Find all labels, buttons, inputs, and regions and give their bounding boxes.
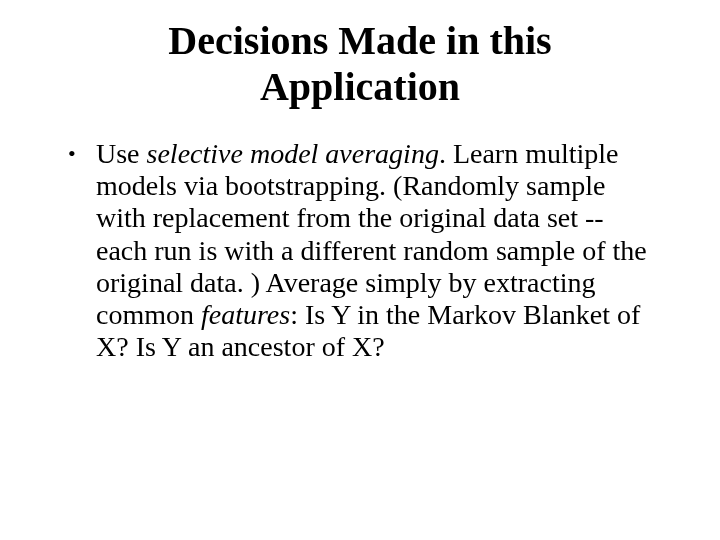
- title-line-1: Decisions Made in this: [168, 18, 551, 63]
- bullet-list: Use selective model averaging. Learn mul…: [60, 138, 660, 363]
- slide-title: Decisions Made in this Application: [100, 18, 620, 110]
- bullet-item: Use selective model averaging. Learn mul…: [88, 138, 660, 363]
- title-line-2: Application: [260, 64, 460, 109]
- bullet-italic-phrase: selective model averaging: [147, 138, 439, 169]
- bullet-text: Use: [96, 138, 147, 169]
- slide: Decisions Made in this Application Use s…: [0, 0, 720, 540]
- bullet-italic-word: features: [201, 299, 290, 330]
